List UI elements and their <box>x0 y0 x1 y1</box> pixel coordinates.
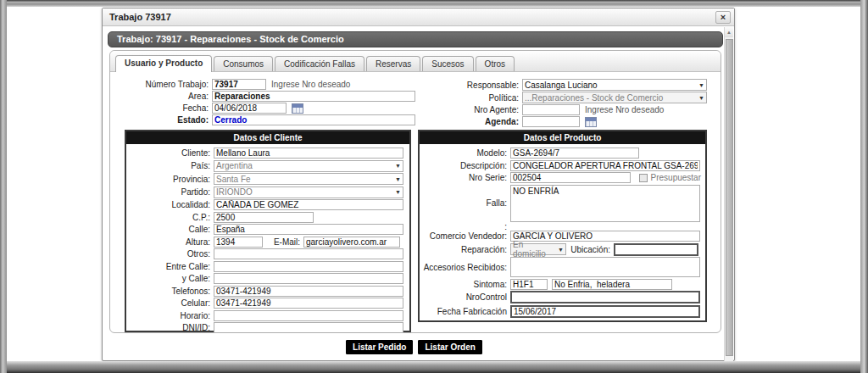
frame-top <box>0 0 868 7</box>
title-bar: Trabajo 73917 × <box>103 8 734 26</box>
numero-trabajo-label: Número Trabajo: <box>122 80 212 89</box>
dropdown-arrow-icon: ▼ <box>395 189 401 195</box>
nro-control-input[interactable] <box>510 291 700 303</box>
dropdown-arrow-icon: ▼ <box>698 82 704 88</box>
empty-colon-label: : <box>422 222 510 231</box>
pais-select[interactable]: Argentina ▼ <box>214 160 403 172</box>
dni-label: DNI/ID: <box>129 323 214 332</box>
sintoma-label: Sintoma: <box>422 280 510 289</box>
client-panel: Datos del Cliente Cliente: País: Argenti… <box>125 130 411 332</box>
horario-input[interactable] <box>214 310 403 321</box>
falla-textarea[interactable]: NO ENFRÍA <box>510 185 700 222</box>
comercio-vendedor-label: Comercio Vendedor: <box>422 231 510 241</box>
altura-label: Altura: <box>129 237 214 247</box>
cp-input[interactable] <box>214 212 314 223</box>
nro-control-label: NroControl <box>422 292 510 302</box>
cliente-input[interactable] <box>214 148 403 159</box>
presupuestar-checkbox[interactable] <box>639 174 648 182</box>
agenda-label: Agenda: <box>436 117 522 126</box>
calle-label: Calle: <box>129 225 214 234</box>
fecha-fabricacion-input[interactable] <box>510 305 700 318</box>
otros-input[interactable] <box>214 248 403 259</box>
tab-codificacion-fallas[interactable]: Codificación Fallas <box>275 56 364 71</box>
dni-input[interactable] <box>214 322 403 333</box>
tab-usuario-y-producto[interactable]: Usuario y Producto <box>115 55 212 72</box>
partido-select[interactable]: IRIONDO ▼ <box>214 186 403 198</box>
fecha-input[interactable] <box>212 103 287 114</box>
dialog-window: Trabajo 73917 × Trabajo: 73917 - Reparac… <box>102 8 735 361</box>
product-panel: Datos del Producto Modelo: Descripción: … <box>418 130 707 322</box>
footer-actions: Listar Pedido Listar Orden <box>103 340 726 354</box>
descripcion-label: Descripción: <box>422 161 510 170</box>
horario-label: Horario: <box>129 311 214 320</box>
sintoma-text-input[interactable] <box>552 279 672 290</box>
dropdown-arrow-icon: ▼ <box>395 176 401 182</box>
estado-input[interactable] <box>212 114 415 125</box>
agenda-input[interactable] <box>522 116 580 127</box>
numero-trabajo-input[interactable] <box>212 79 266 90</box>
frame-right <box>860 0 868 373</box>
descripcion-input[interactable] <box>510 160 700 171</box>
client-panel-title: Datos del Cliente <box>126 131 409 144</box>
reparacion-select[interactable]: En domicilio ▼ <box>510 243 566 255</box>
calendar-icon[interactable] <box>292 103 303 114</box>
telefonos-input[interactable] <box>214 286 403 297</box>
fecha-label: Fecha: <box>122 103 212 113</box>
nro-serie-input[interactable] <box>510 172 631 183</box>
ubicacion-label: Ubicación: <box>566 245 614 254</box>
listar-pedido-button[interactable]: Listar Pedido <box>346 340 413 354</box>
falla-label: Falla: <box>422 198 510 208</box>
scrollbar-thumb[interactable] <box>726 39 733 356</box>
tab-sucesos[interactable]: Sucesos <box>422 56 473 71</box>
politica-label: Política: <box>436 93 522 103</box>
area-label: Area: <box>122 92 212 101</box>
telefonos-label: Telefonos: <box>129 287 214 296</box>
accesorios-textarea[interactable] <box>510 257 700 277</box>
numero-trabajo-hint: Ingrese Nro deseado <box>271 80 350 89</box>
job-header: Trabajo: 73917 - Reparaciones - Stock de… <box>108 31 723 47</box>
politica-select[interactable]: ...Reparaciones - Stock de Comercio ▼ <box>522 92 707 103</box>
modelo-input[interactable] <box>510 148 639 159</box>
politica-value: ...Reparaciones - Stock de Comercio <box>525 93 663 103</box>
responsable-select[interactable]: Casalanga Luciano ▼ <box>522 79 707 91</box>
dropdown-arrow-icon: ▼ <box>395 163 401 169</box>
tab-otros[interactable]: Otros <box>476 56 515 71</box>
reparacion-value: En domicilio <box>513 240 555 259</box>
otros-label: Otros: <box>129 249 214 259</box>
tab-consumos[interactable]: Consumos <box>214 56 273 71</box>
celular-label: Celular: <box>129 298 214 308</box>
sintoma-code-input[interactable] <box>510 279 548 290</box>
tab-strip: Usuario y Producto Consumos Codificación… <box>110 51 721 72</box>
celular-input[interactable] <box>214 298 403 309</box>
nro-agente-input[interactable] <box>522 104 580 115</box>
responsable-label: Responsable: <box>436 81 522 90</box>
dropdown-arrow-icon: ▼ <box>698 95 704 101</box>
scroll-up-icon[interactable]: ▲ <box>725 27 733 37</box>
listar-orden-button[interactable]: Listar Orden <box>418 340 481 354</box>
accesorios-label: Accesorios Recibidos: <box>422 263 510 272</box>
tab-container: Usuario y Producto Consumos Codificación… <box>109 50 721 333</box>
altura-input[interactable] <box>214 237 263 248</box>
frame-bottom <box>0 361 868 373</box>
tab-reservas[interactable]: Reservas <box>366 56 420 71</box>
vertical-scrollbar[interactable]: ▲ <box>724 27 733 361</box>
nro-agente-label: Nro Agente: <box>436 105 522 114</box>
window-title: Trabajo 73917 <box>109 12 171 22</box>
close-icon[interactable]: × <box>715 11 731 24</box>
localidad-input[interactable] <box>214 199 403 210</box>
email-input[interactable] <box>303 237 400 248</box>
calle-input[interactable] <box>214 224 403 235</box>
cliente-label: Cliente: <box>129 148 214 158</box>
ubicacion-input[interactable] <box>614 243 698 256</box>
area-input[interactable] <box>212 91 415 102</box>
cp-label: C.P.: <box>129 213 214 222</box>
nro-agente-hint: Ingrese Nro deseado <box>585 105 664 114</box>
reparacion-label: Reparación: <box>422 245 510 254</box>
partido-value: IRIONDO <box>216 187 253 197</box>
partido-label: Partido: <box>129 187 214 197</box>
entre-calle-input[interactable] <box>214 261 403 272</box>
calendar-icon[interactable] <box>585 117 597 127</box>
fecha-fabricacion-label: Fecha Fabricación <box>422 307 510 316</box>
provincia-select[interactable]: Santa Fe ▼ <box>214 173 403 185</box>
y-calle-input[interactable] <box>214 273 403 284</box>
